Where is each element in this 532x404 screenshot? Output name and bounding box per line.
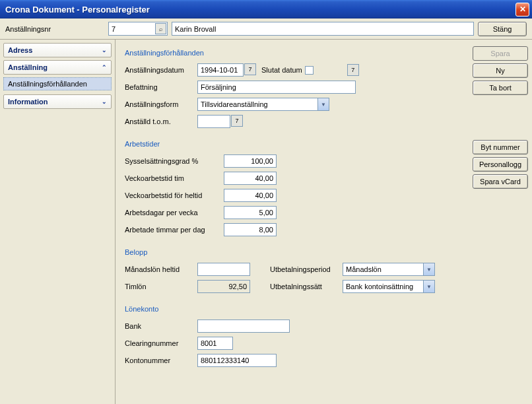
slutat-label: Slutat datum xyxy=(261,66,302,74)
form-label: Anställningsform xyxy=(125,100,197,108)
close-button[interactable]: Stäng xyxy=(478,22,527,36)
manads-input[interactable] xyxy=(197,263,250,276)
tom-input[interactable] xyxy=(197,115,230,128)
title-bar: Crona Dokument - Personalregister ✕ xyxy=(0,0,532,18)
datum-label: Anställningsdatum xyxy=(125,66,197,74)
befattning-label: Befattning xyxy=(125,83,197,91)
satt-label: Utbetalningssätt xyxy=(270,283,343,290)
chevron-down-icon[interactable]: ▼ xyxy=(423,281,434,292)
form-select[interactable] xyxy=(197,98,329,111)
sidebar-item-information[interactable]: Information ⌄ xyxy=(3,94,112,109)
heltid-input[interactable] xyxy=(224,189,277,202)
sidebar-item-anstallning[interactable]: Anställning ⌃ xyxy=(3,60,112,75)
sidebar-label: Anställning xyxy=(8,63,48,71)
save-button: Spara xyxy=(473,46,528,61)
anst-nr-label: Anställningsnr xyxy=(5,25,104,33)
veckotim-input[interactable] xyxy=(224,172,277,185)
anst-datum-input[interactable] xyxy=(197,63,244,77)
tom-label: Anställd t.o.m. xyxy=(125,118,197,125)
chevron-up-icon: ⌃ xyxy=(102,64,107,71)
sidebar-item-adress[interactable]: Adress ⌄ xyxy=(3,43,112,57)
change-number-button[interactable]: Byt nummer xyxy=(473,140,528,154)
dagar-input[interactable] xyxy=(224,206,277,219)
veckotim-label: Veckoarbetstid tim xyxy=(125,174,224,182)
calendar-icon[interactable]: 7 xyxy=(347,64,359,76)
konto-label: Kontonummer xyxy=(125,356,197,364)
lookup-icon[interactable]: ⌕ xyxy=(155,23,166,34)
new-button[interactable]: Ny xyxy=(473,63,528,78)
chevron-down-icon: ⌄ xyxy=(102,98,107,105)
personallogg-button[interactable]: Personallogg xyxy=(473,157,528,172)
timdag-label: Arbetade timmar per dag xyxy=(125,226,224,234)
section-anst-title: Anställningsförhållanden xyxy=(125,49,473,57)
sidebar: Adress ⌄ Anställning ⌃ Anställningsförhå… xyxy=(0,40,116,404)
period-label: Utbetalningsperiod xyxy=(270,265,343,273)
grad-label: Sysselsättningsgrad % xyxy=(125,157,224,165)
sidebar-label: Information xyxy=(8,98,48,106)
calendar-icon[interactable]: 7 xyxy=(231,115,243,127)
button-column: Spara Ny Ta bort Byt nummer Personallogg… xyxy=(473,46,528,397)
calendar-icon[interactable]: 7 xyxy=(244,63,256,75)
section-arbet-title: Arbetstider xyxy=(125,140,473,148)
period-select[interactable] xyxy=(343,263,435,276)
window-title: Crona Dokument - Personalregister xyxy=(5,5,515,15)
clearing-input[interactable] xyxy=(197,337,233,350)
heltid-label: Veckoarbetstid för heltid xyxy=(125,191,224,199)
close-icon[interactable]: ✕ xyxy=(515,3,529,17)
befattning-input[interactable] xyxy=(197,81,356,94)
timlon-input xyxy=(197,280,250,293)
chevron-down-icon: ⌄ xyxy=(102,47,107,53)
timlon-label: Timlön xyxy=(125,283,197,290)
sidebar-subitem-anstforhallanden[interactable]: Anställningsförhållanden xyxy=(3,77,112,90)
main-panel: Anställningsförhållanden Anställningsdat… xyxy=(116,40,532,404)
grad-input[interactable] xyxy=(224,154,277,168)
bank-label: Bank xyxy=(125,322,197,330)
top-row: Anställningsnr ⌕ Stäng xyxy=(0,18,532,40)
chevron-down-icon[interactable]: ▼ xyxy=(317,98,329,110)
clearing-label: Clearingnummer xyxy=(125,339,197,347)
bank-input[interactable] xyxy=(197,320,290,333)
name-input[interactable] xyxy=(172,22,474,36)
save-vcard-button[interactable]: Spara vCard xyxy=(473,174,528,189)
manads-label: Månadslön heltid xyxy=(125,265,197,273)
slutat-checkbox[interactable] xyxy=(305,66,314,75)
section-belopp-title: Belopp xyxy=(125,248,473,256)
konto-input[interactable] xyxy=(197,354,277,367)
timdag-input[interactable] xyxy=(224,223,277,236)
satt-select[interactable] xyxy=(343,280,435,293)
chevron-down-icon[interactable]: ▼ xyxy=(423,263,434,275)
delete-button[interactable]: Ta bort xyxy=(473,81,528,95)
dagar-label: Arbetsdagar per vecka xyxy=(125,209,224,217)
section-lonekonto-title: Lönekonto xyxy=(125,305,473,313)
sidebar-label: Adress xyxy=(8,46,32,54)
